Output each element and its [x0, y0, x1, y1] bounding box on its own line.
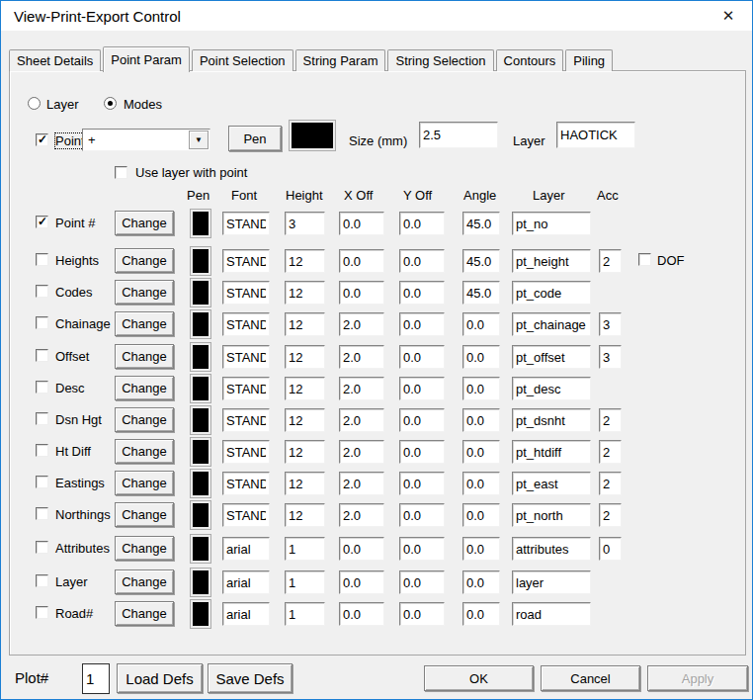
row-checkbox-northings[interactable] — [36, 507, 48, 520]
apply-button[interactable]: Apply — [647, 665, 748, 691]
tab-piling[interactable]: Piling — [565, 49, 613, 71]
row-checkbox-attributes[interactable] — [36, 541, 48, 554]
tab-string-selection[interactable]: String Selection — [387, 49, 493, 71]
font-input-ht-diff[interactable] — [222, 440, 270, 464]
tab-point-selection[interactable]: Point Selection — [192, 49, 293, 71]
yoff-input-desc[interactable] — [399, 377, 445, 400]
load-defs-button[interactable]: Load Defs — [117, 663, 203, 693]
yoff-input-heights[interactable] — [399, 249, 445, 273]
height-input-offset[interactable] — [285, 345, 325, 369]
xoff-input-dsn-hgt[interactable] — [339, 408, 384, 432]
ok-button[interactable]: OK — [424, 665, 534, 691]
layer-input-ht-diff[interactable] — [512, 440, 591, 464]
xoff-input-heights[interactable] — [339, 249, 384, 273]
layer-input-eastings[interactable] — [512, 472, 591, 495]
font-input-layer[interactable] — [222, 570, 270, 594]
row-checkbox-dsn-hgt[interactable] — [36, 412, 48, 425]
acc-input-northings[interactable] — [599, 503, 622, 527]
layer-input-codes[interactable] — [512, 281, 591, 305]
yoff-input-ht-diff[interactable] — [399, 440, 445, 464]
change-button-eastings[interactable]: Change — [115, 471, 174, 495]
layer-input-northings[interactable] — [512, 503, 591, 527]
xoff-input-codes[interactable] — [339, 281, 384, 305]
acc-input-attributes[interactable] — [599, 537, 622, 561]
yoff-input-dsn-hgt[interactable] — [399, 408, 445, 432]
height-input-ht-diff[interactable] — [285, 440, 325, 464]
xoff-input-ht-diff[interactable] — [339, 440, 384, 464]
xoff-input-northings[interactable] — [339, 503, 384, 527]
font-input-road[interactable] — [222, 602, 270, 626]
height-input-dsn-hgt[interactable] — [285, 408, 325, 432]
xoff-input-layer[interactable] — [339, 570, 384, 594]
layer-input-road[interactable] — [512, 602, 591, 626]
acc-input-offset[interactable] — [599, 345, 622, 369]
angle-input-ht-diff[interactable] — [462, 440, 500, 464]
angle-input-layer[interactable] — [462, 570, 500, 594]
yoff-input-road[interactable] — [399, 602, 445, 626]
acc-input-eastings[interactable] — [599, 472, 622, 495]
change-button-dsn-hgt[interactable]: Change — [115, 407, 174, 432]
change-button-road[interactable]: Change — [115, 601, 174, 626]
font-input-codes[interactable] — [222, 281, 270, 305]
layer-input-point[interactable] — [512, 212, 591, 235]
tab-point-param[interactable]: Point Param — [103, 46, 190, 72]
angle-input-codes[interactable] — [462, 281, 500, 305]
font-input-offset[interactable] — [222, 345, 270, 369]
row-checkbox-road[interactable] — [36, 606, 48, 619]
save-defs-button[interactable]: Save Defs — [208, 663, 293, 693]
change-button-offset[interactable]: Change — [115, 344, 174, 369]
yoff-input-layer[interactable] — [399, 570, 445, 594]
font-input-dsn-hgt[interactable] — [222, 408, 270, 432]
row-checkbox-layer[interactable] — [36, 574, 48, 587]
xoff-input-road[interactable] — [339, 602, 384, 626]
dof-checkbox[interactable] — [638, 253, 651, 266]
cancel-button[interactable]: Cancel — [541, 665, 640, 691]
layer-input-dsn-hgt[interactable] — [512, 408, 591, 432]
row-checkbox-heights[interactable] — [36, 253, 48, 266]
angle-input-dsn-hgt[interactable] — [462, 408, 500, 432]
height-input-heights[interactable] — [285, 249, 325, 273]
yoff-input-eastings[interactable] — [399, 472, 445, 495]
change-button-desc[interactable]: Change — [115, 376, 174, 400]
row-checkbox-ht-diff[interactable] — [36, 444, 48, 457]
font-input-heights[interactable] — [222, 249, 270, 273]
xoff-input-chainage[interactable] — [339, 312, 384, 336]
height-input-point[interactable] — [285, 212, 325, 235]
height-input-northings[interactable] — [285, 503, 325, 527]
font-input-eastings[interactable] — [222, 472, 270, 495]
layer-input-attributes[interactable] — [512, 537, 591, 561]
angle-input-attributes[interactable] — [462, 537, 500, 561]
angle-input-desc[interactable] — [462, 377, 500, 400]
layer-input-layer[interactable] — [512, 570, 591, 594]
xoff-input-desc[interactable] — [339, 377, 384, 400]
height-input-road[interactable] — [285, 602, 325, 626]
yoff-input-offset[interactable] — [399, 345, 445, 369]
angle-input-northings[interactable] — [462, 503, 500, 527]
yoff-input-attributes[interactable] — [399, 537, 445, 561]
font-input-desc[interactable] — [222, 377, 270, 400]
change-button-attributes[interactable]: Change — [115, 536, 174, 561]
height-input-layer[interactable] — [285, 570, 325, 594]
change-button-layer[interactable]: Change — [115, 569, 174, 594]
row-checkbox-codes[interactable] — [36, 285, 48, 298]
yoff-input-point[interactable] — [399, 212, 445, 235]
change-button-ht-diff[interactable]: Change — [115, 439, 174, 464]
layer-input-chainage[interactable] — [512, 312, 591, 336]
tab-sheet-details[interactable]: Sheet Details — [9, 49, 101, 71]
angle-input-chainage[interactable] — [462, 312, 500, 336]
plot-number-input[interactable] — [82, 663, 110, 694]
acc-input-dsn-hgt[interactable] — [599, 408, 622, 432]
xoff-input-offset[interactable] — [339, 345, 384, 369]
layer-input-desc[interactable] — [512, 377, 591, 400]
acc-input-heights[interactable] — [599, 249, 622, 273]
font-input-northings[interactable] — [222, 503, 270, 527]
change-button-codes[interactable]: Change — [115, 280, 174, 305]
change-button-chainage[interactable]: Change — [115, 311, 174, 336]
tab-string-param[interactable]: String Param — [295, 49, 386, 71]
height-input-desc[interactable] — [285, 377, 325, 400]
xoff-input-attributes[interactable] — [339, 537, 384, 561]
acc-input-chainage[interactable] — [599, 312, 622, 336]
xoff-input-point[interactable] — [339, 212, 384, 235]
yoff-input-codes[interactable] — [399, 281, 445, 305]
height-input-chainage[interactable] — [285, 312, 325, 336]
